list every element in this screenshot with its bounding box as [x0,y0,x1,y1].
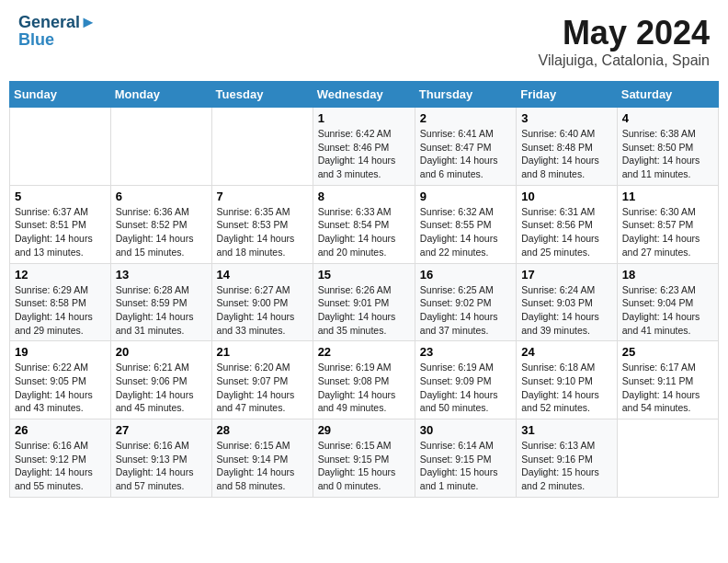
day-info: Sunrise: 6:15 AM Sunset: 9:15 PM Dayligh… [318,439,410,493]
page-header: General► Blue May 2024 Vilajuiga, Catalo… [9,9,719,74]
day-info: Sunrise: 6:36 AM Sunset: 8:52 PM Dayligh… [116,205,207,259]
day-info: Sunrise: 6:18 AM Sunset: 9:10 PM Dayligh… [521,361,612,415]
day-number: 20 [116,345,207,359]
col-thursday: Thursday [415,82,516,108]
week-row-5: 26Sunrise: 6:16 AM Sunset: 9:12 PM Dayli… [10,419,719,498]
calendar-cell: 8Sunrise: 6:33 AM Sunset: 8:54 PM Daylig… [313,185,415,263]
day-info: Sunrise: 6:32 AM Sunset: 8:55 PM Dayligh… [420,205,511,259]
calendar-cell: 12Sunrise: 6:29 AM Sunset: 8:58 PM Dayli… [10,263,111,341]
calendar-cell: 29Sunrise: 6:15 AM Sunset: 9:15 PM Dayli… [313,419,415,498]
day-number: 31 [521,423,612,437]
day-number: 4 [622,111,713,125]
day-info: Sunrise: 6:27 AM Sunset: 9:00 PM Dayligh… [217,283,308,338]
day-info: Sunrise: 6:38 AM Sunset: 8:50 PM Dayligh… [622,127,713,181]
calendar-cell: 1Sunrise: 6:42 AM Sunset: 8:46 PM Daylig… [313,108,415,186]
day-number: 23 [420,345,511,359]
day-info: Sunrise: 6:31 AM Sunset: 8:56 PM Dayligh… [521,205,612,259]
calendar-cell: 22Sunrise: 6:19 AM Sunset: 9:08 PM Dayli… [313,341,415,419]
calendar-cell [110,108,211,186]
day-info: Sunrise: 6:14 AM Sunset: 9:15 PM Dayligh… [420,439,511,493]
day-number: 21 [217,345,308,359]
day-info: Sunrise: 6:35 AM Sunset: 8:53 PM Dayligh… [217,205,308,259]
day-number: 13 [116,268,207,282]
day-number: 16 [420,268,511,282]
calendar-cell: 18Sunrise: 6:23 AM Sunset: 9:04 PM Dayli… [617,263,718,341]
day-number: 2 [420,111,511,125]
calendar-cell: 20Sunrise: 6:21 AM Sunset: 9:06 PM Dayli… [110,341,211,419]
day-number: 27 [116,423,207,437]
calendar-cell: 25Sunrise: 6:17 AM Sunset: 9:11 PM Dayli… [617,341,718,419]
day-info: Sunrise: 6:25 AM Sunset: 9:02 PM Dayligh… [420,283,511,338]
calendar-cell: 26Sunrise: 6:16 AM Sunset: 9:12 PM Dayli… [10,419,111,498]
col-monday: Monday [110,82,211,108]
calendar-header: Sunday Monday Tuesday Wednesday Thursday… [10,82,719,108]
calendar-cell [617,419,718,498]
day-info: Sunrise: 6:24 AM Sunset: 9:03 PM Dayligh… [521,283,612,338]
day-number: 7 [217,190,308,203]
day-info: Sunrise: 6:19 AM Sunset: 9:09 PM Dayligh… [420,361,511,415]
calendar-cell: 17Sunrise: 6:24 AM Sunset: 9:03 PM Dayli… [517,263,618,341]
calendar-cell: 2Sunrise: 6:41 AM Sunset: 8:47 PM Daylig… [415,108,516,186]
calendar-cell: 21Sunrise: 6:20 AM Sunset: 9:07 PM Dayli… [211,341,313,419]
day-number: 28 [217,423,308,437]
day-info: Sunrise: 6:21 AM Sunset: 9:06 PM Dayligh… [116,361,207,415]
calendar-cell: 16Sunrise: 6:25 AM Sunset: 9:02 PM Dayli… [415,263,516,341]
day-number: 10 [521,190,612,203]
day-number: 12 [15,268,106,282]
week-row-4: 19Sunrise: 6:22 AM Sunset: 9:05 PM Dayli… [10,341,719,419]
day-number: 25 [622,345,713,359]
day-number: 9 [420,190,511,203]
col-saturday: Saturday [617,82,718,108]
day-info: Sunrise: 6:16 AM Sunset: 9:12 PM Dayligh… [15,439,106,493]
calendar-cell: 24Sunrise: 6:18 AM Sunset: 9:10 PM Dayli… [517,341,618,419]
calendar-cell: 28Sunrise: 6:15 AM Sunset: 9:14 PM Dayli… [211,419,313,498]
day-number: 15 [318,268,410,282]
calendar-cell: 14Sunrise: 6:27 AM Sunset: 9:00 PM Dayli… [211,263,313,341]
day-number: 18 [622,268,713,282]
calendar-cell: 3Sunrise: 6:40 AM Sunset: 8:48 PM Daylig… [517,108,618,186]
day-info: Sunrise: 6:17 AM Sunset: 9:11 PM Dayligh… [622,361,713,415]
day-number: 1 [318,111,410,125]
day-info: Sunrise: 6:30 AM Sunset: 8:57 PM Dayligh… [622,205,713,259]
header-row: Sunday Monday Tuesday Wednesday Thursday… [10,82,719,108]
day-info: Sunrise: 6:33 AM Sunset: 8:54 PM Dayligh… [318,205,410,259]
subtitle: Vilajuiga, Catalonia, Spain [539,52,711,69]
calendar-cell: 4Sunrise: 6:38 AM Sunset: 8:50 PM Daylig… [617,108,718,186]
week-row-2: 5Sunrise: 6:37 AM Sunset: 8:51 PM Daylig… [10,185,719,263]
logo-text: General► [18,14,97,32]
week-row-1: 1Sunrise: 6:42 AM Sunset: 8:46 PM Daylig… [10,108,719,186]
day-number: 29 [318,423,410,437]
day-info: Sunrise: 6:19 AM Sunset: 9:08 PM Dayligh… [318,361,410,415]
calendar-cell: 11Sunrise: 6:30 AM Sunset: 8:57 PM Dayli… [617,185,718,263]
logo-blue: Blue [18,30,97,50]
day-number: 30 [420,423,511,437]
col-wednesday: Wednesday [313,82,415,108]
day-number: 5 [15,190,106,203]
day-number: 17 [521,268,612,282]
col-sunday: Sunday [10,82,111,108]
day-number: 6 [116,190,207,203]
day-number: 24 [521,345,612,359]
day-info: Sunrise: 6:22 AM Sunset: 9:05 PM Dayligh… [15,361,106,415]
col-tuesday: Tuesday [211,82,313,108]
day-info: Sunrise: 6:29 AM Sunset: 8:58 PM Dayligh… [15,283,106,338]
title-block: May 2024 Vilajuiga, Catalonia, Spain [539,14,711,69]
day-info: Sunrise: 6:41 AM Sunset: 8:47 PM Dayligh… [420,127,511,181]
day-info: Sunrise: 6:20 AM Sunset: 9:07 PM Dayligh… [217,361,308,415]
day-info: Sunrise: 6:42 AM Sunset: 8:46 PM Dayligh… [318,127,410,181]
calendar-cell: 9Sunrise: 6:32 AM Sunset: 8:55 PM Daylig… [415,185,516,263]
calendar-cell: 7Sunrise: 6:35 AM Sunset: 8:53 PM Daylig… [211,185,313,263]
calendar-cell [211,108,313,186]
calendar-cell: 31Sunrise: 6:13 AM Sunset: 9:16 PM Dayli… [517,419,618,498]
day-info: Sunrise: 6:23 AM Sunset: 9:04 PM Dayligh… [622,283,713,338]
calendar-cell: 15Sunrise: 6:26 AM Sunset: 9:01 PM Dayli… [313,263,415,341]
day-number: 22 [318,345,410,359]
day-number: 8 [318,190,410,203]
calendar-body: 1Sunrise: 6:42 AM Sunset: 8:46 PM Daylig… [10,108,719,498]
calendar-cell [10,108,111,186]
day-number: 14 [217,268,308,282]
day-number: 3 [521,111,612,125]
day-info: Sunrise: 6:15 AM Sunset: 9:14 PM Dayligh… [217,439,308,493]
calendar-cell: 27Sunrise: 6:16 AM Sunset: 9:13 PM Dayli… [110,419,211,498]
calendar-cell: 19Sunrise: 6:22 AM Sunset: 9:05 PM Dayli… [10,341,111,419]
